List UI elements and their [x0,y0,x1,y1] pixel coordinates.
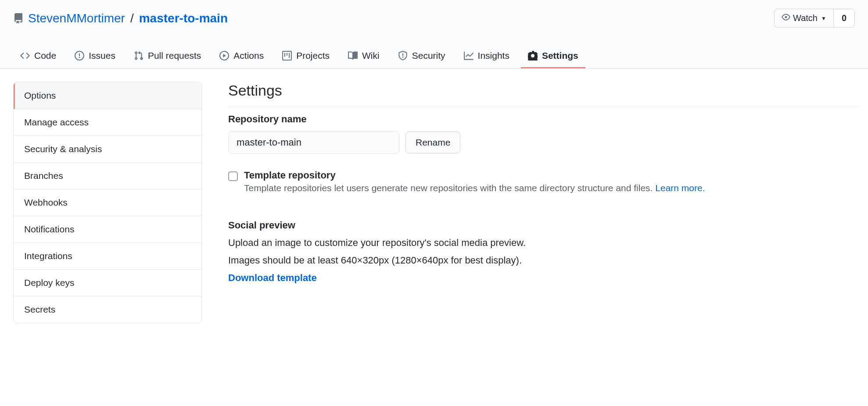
repo-owner-link[interactable]: StevenMMortimer [28,11,125,25]
tab-pull-requests[interactable]: Pull requests [127,44,208,68]
tab-projects[interactable]: Projects [275,44,337,68]
tab-wiki[interactable]: Wiki [341,44,387,68]
issue-icon [75,51,84,61]
book-icon [348,51,358,61]
tab-label: Pull requests [148,50,201,61]
tab-insights[interactable]: Insights [457,44,516,68]
chevron-down-icon: ▼ [821,15,826,21]
template-description: Template repositories let users generate… [244,183,705,193]
sidebar-item-options[interactable]: Options [14,82,201,109]
sidebar-item-webhooks[interactable]: Webhooks [14,189,201,216]
social-preview-heading: Social preview [228,220,859,231]
sidebar-item-manage-access[interactable]: Manage access [14,109,201,136]
sidebar-item-security-analysis[interactable]: Security & analysis [14,136,201,163]
sidebar-item-secrets[interactable]: Secrets [14,296,201,323]
page-title: Settings [228,82,859,107]
tab-label: Actions [233,50,264,61]
settings-sidebar: Options Manage access Security & analysi… [13,82,202,323]
social-preview-desc1: Upload an image to customize your reposi… [228,237,859,249]
pull-request-icon [134,51,143,61]
download-template-link[interactable]: Download template [228,272,317,283]
tab-issues[interactable]: Issues [68,44,122,68]
sidebar-item-integrations[interactable]: Integrations [14,243,201,270]
repo-name-link[interactable]: master-to-main [139,11,228,25]
sidebar-item-notifications[interactable]: Notifications [14,216,201,243]
template-label: Template repository [244,170,705,181]
tab-label: Issues [89,50,115,61]
tab-security[interactable]: Security [391,44,452,68]
sidebar-item-deploy-keys[interactable]: Deploy keys [14,270,201,296]
watch-count[interactable]: 0 [833,9,855,28]
social-preview-desc2: Images should be at least 640×320px (128… [228,255,859,266]
watch-label: Watch [793,13,818,23]
shield-icon [398,51,408,61]
gear-icon [528,51,538,61]
code-icon [20,51,30,61]
watch-group: Watch ▼ 0 [774,9,855,28]
tab-label: Insights [478,50,509,61]
tab-label: Code [34,50,56,61]
settings-content: Settings Repository name Rename Template… [228,82,868,284]
sidebar-item-branches[interactable]: Branches [14,163,201,189]
graph-icon [464,51,473,61]
watch-button[interactable]: Watch ▼ [774,9,833,28]
path-separator: / [129,11,135,25]
repo-name-label: Repository name [228,114,859,125]
repo-title: StevenMMortimer / master-to-main [13,11,228,25]
tab-label: Security [412,50,445,61]
tab-actions[interactable]: Actions [212,44,271,68]
template-checkbox[interactable] [228,171,238,181]
project-icon [282,51,292,61]
repo-header: StevenMMortimer / master-to-main Watch ▼… [0,0,868,69]
tab-label: Projects [296,50,330,61]
tab-code[interactable]: Code [13,44,63,68]
eye-icon [782,13,790,24]
repo-icon [13,13,24,24]
tab-label: Settings [542,50,578,61]
play-icon [219,51,229,61]
repo-name-input[interactable] [228,131,399,154]
repo-tabs: Code Issues Pull requests Actions Projec… [0,28,868,68]
tab-label: Wiki [362,50,380,61]
rename-button[interactable]: Rename [405,132,460,153]
learn-more-link[interactable]: Learn more. [655,183,705,193]
tab-settings[interactable]: Settings [521,44,585,68]
